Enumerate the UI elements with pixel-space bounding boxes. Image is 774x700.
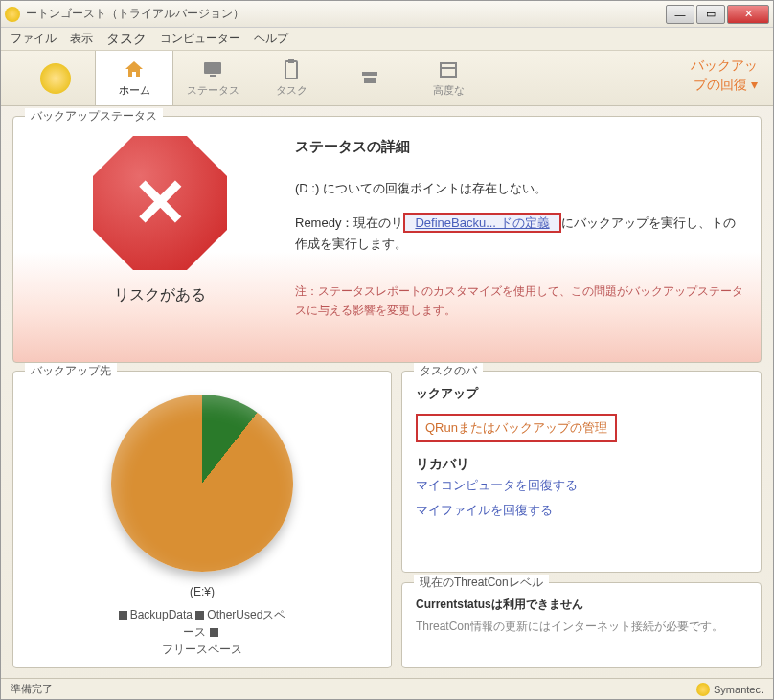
threat-status: Currentstatusは利用できません: [416, 597, 747, 613]
svg-rect-3: [288, 59, 294, 63]
toolbar-home[interactable]: ホーム: [95, 51, 173, 105]
status-panel-title: バックアップステータス: [25, 108, 163, 124]
threat-info: ThreatCon情報の更新にはインターネット接続が必要です。: [416, 619, 747, 635]
backup-label: ックアップ: [416, 385, 747, 402]
window-buttons: ― ▭ ✕: [664, 5, 769, 24]
toolbar: ホーム ステータス タスク 高度な バックアッ: [1, 51, 773, 106]
risk-label: リスクがある: [114, 285, 206, 305]
symantec-icon: [696, 683, 710, 696]
run-manage-backup-link[interactable]: QRunまたはバックアップの管理: [416, 414, 617, 442]
statusbar: 準備完了 Symantec.: [1, 678, 773, 699]
maximize-button[interactable]: ▭: [696, 5, 725, 24]
menu-view[interactable]: 表示: [70, 31, 93, 47]
recovery-link[interactable]: バックアッ プの回復 ▾: [691, 51, 773, 105]
remedy-prefix: Remedy：現在のリ: [295, 215, 403, 230]
status-ready: 準備完了: [11, 682, 53, 696]
brand: Symantec.: [696, 683, 763, 696]
svg-rect-4: [441, 63, 456, 77]
menubar: ファイル 表示 タスク コンピューター ヘルプ: [1, 28, 773, 51]
minimize-button[interactable]: ―: [666, 5, 694, 24]
recovery-link-l2: プの回復 ▾: [691, 76, 758, 95]
menu-file[interactable]: ファイル: [11, 31, 57, 47]
advanced-icon: [435, 58, 462, 81]
tools-icon: [356, 66, 383, 89]
recovery-link-l1: バックアッ: [691, 56, 758, 76]
status-heading: ステータスの詳細: [295, 134, 743, 159]
toolbar-task-label: タスク: [276, 83, 307, 98]
svg-rect-2: [285, 61, 297, 79]
monitor-icon: [199, 58, 226, 81]
lower-row: バックアップ先 (E:¥) BackupData OtherUsedスペース フ…: [12, 371, 762, 668]
threat-panel-title: 現在のThreatConレベル: [414, 575, 549, 591]
brand-label: Symantec.: [714, 684, 763, 695]
home-icon: [121, 58, 148, 81]
toolbar-advanced-label: 高度な: [433, 83, 465, 98]
toolbar-logo[interactable]: [16, 51, 95, 105]
menu-help[interactable]: ヘルプ: [254, 31, 288, 47]
toolbar-task[interactable]: タスク: [252, 51, 330, 105]
recover-files-link[interactable]: マイファイルを回復する: [416, 502, 553, 519]
backup-section: ックアップ QRunまたはバックアップの管理: [416, 385, 747, 446]
status-line1: (D :) についての回復ポイントは存在しない。: [295, 178, 743, 199]
app-icon: [5, 7, 20, 22]
svg-rect-1: [210, 75, 216, 77]
chevron-down-icon: ▾: [751, 77, 758, 92]
toolbar-advanced[interactable]: 高度な: [409, 51, 488, 105]
risk-icon: [93, 136, 227, 270]
toolbar-home-label: ホーム: [119, 83, 150, 98]
content-area: バックアップステータス リスクがある ステータスの詳細 (D :) についての回…: [1, 106, 773, 678]
titlebar: ートンゴースト（トライアルバージョン） ― ▭ ✕: [1, 1, 773, 28]
window-title: ートンゴースト（トライアルバージョン）: [26, 6, 664, 22]
backup-status-panel: バックアップステータス リスクがある ステータスの詳細 (D :) についての回…: [12, 116, 762, 363]
legend-backup: BackupData: [130, 608, 193, 621]
menu-task[interactable]: タスク: [106, 31, 147, 48]
toolbar-tools[interactable]: [330, 51, 409, 105]
tasks-panel-title: タスクのバ: [414, 363, 483, 379]
toolbar-status-label: ステータス: [187, 83, 239, 98]
status-left: リスクがある: [31, 130, 289, 354]
pie-legend: BackupData OtherUsedスペース フリースペース: [116, 606, 288, 658]
legend-swatch: [195, 611, 204, 620]
disk-usage-pie: [111, 395, 293, 572]
status-right: ステータスの詳細 (D :) についての回復ポイントは存在しない。 Remedy…: [289, 130, 743, 354]
app-window: ートンゴースト（トライアルバージョン） ― ▭ ✕ ファイル 表示 タスク コン…: [0, 0, 774, 700]
tasks-panel: タスクのバ ックアップ QRunまたはバックアップの管理 リカバリ マイコンピュ…: [401, 371, 762, 573]
remedy-line: Remedy：現在のリDefineBacku... ドの定義にバックアップを実行…: [295, 213, 743, 255]
legend-free: フリースペース: [162, 643, 242, 656]
recover-computer-link[interactable]: マイコンピュータを回復する: [416, 477, 578, 494]
menu-computer[interactable]: コンピューター: [160, 31, 240, 47]
toolbar-status[interactable]: ステータス: [173, 51, 252, 105]
logo-icon: [40, 63, 71, 94]
close-button[interactable]: ✕: [727, 5, 769, 24]
svg-rect-0: [204, 62, 221, 74]
stop-icon: [93, 136, 227, 270]
backup-dest-panel: バックアップ先 (E:¥) BackupData OtherUsedスペース フ…: [12, 371, 392, 668]
recovery-section: リカバリ マイコンピュータを回復する マイファイルを回復する: [416, 456, 747, 523]
legend-swatch: [210, 628, 218, 637]
define-backup-link[interactable]: DefineBacku... ドの定義: [403, 213, 560, 233]
clipboard-icon: [278, 58, 305, 81]
dest-panel-title: バックアップ先: [25, 363, 117, 379]
right-column: タスクのバ ックアップ QRunまたはバックアップの管理 リカバリ マイコンピュ…: [401, 371, 762, 668]
status-note: 注：ステータスレポートのカスタマイズを使用して、この問題がバックアップステータス…: [295, 282, 743, 321]
drive-label: (E:¥): [190, 585, 215, 598]
legend-swatch: [119, 611, 127, 620]
recovery-label: リカバリ: [416, 456, 747, 473]
threatcon-panel: 現在のThreatConレベル Currentstatusは利用できません Th…: [401, 582, 762, 668]
